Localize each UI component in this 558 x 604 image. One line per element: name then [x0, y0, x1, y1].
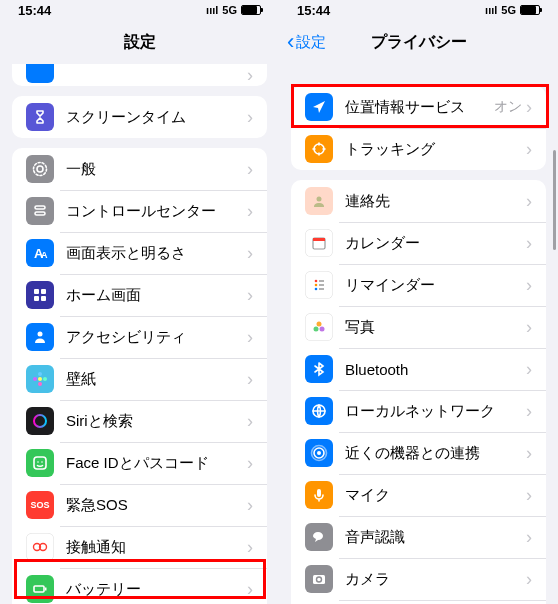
sos-icon: SOS [26, 491, 54, 519]
scrollbar[interactable] [553, 70, 556, 370]
list-item[interactable]: 写真 › [291, 306, 546, 348]
chevron-right-icon: › [526, 401, 532, 422]
svg-rect-29 [313, 238, 325, 241]
svg-point-13 [38, 382, 42, 386]
svg-rect-2 [35, 206, 45, 209]
back-button[interactable]: ‹ 設定 [287, 29, 326, 55]
siri-icon [26, 407, 54, 435]
list-item[interactable]: 壁紙 › [12, 358, 267, 400]
row-value: オン [494, 98, 522, 116]
generic-icon [26, 64, 54, 83]
camera-icon [305, 565, 333, 593]
list-item[interactable]: ヘルスケア › [291, 600, 546, 604]
row-label: 画面表示と明るさ [66, 244, 247, 263]
list-item[interactable]: トラッキング › [291, 128, 546, 170]
list-item[interactable]: カレンダー › [291, 222, 546, 264]
svg-rect-17 [34, 457, 46, 469]
list-item[interactable]: 連絡先 › [291, 180, 546, 222]
row-label: Face IDとパスコード [66, 454, 247, 473]
page-title: 設定 [124, 32, 156, 53]
chevron-right-icon: › [526, 317, 532, 338]
svg-point-30 [315, 280, 318, 283]
svg-point-12 [38, 372, 42, 376]
content-scroll[interactable]: › スクリーンタイム › 一般 › コントロールセンター › AA 画面表示と明… [0, 64, 279, 604]
chevron-right-icon: › [526, 359, 532, 380]
signal-label: 5G [222, 4, 237, 16]
list-item[interactable]: 近くの機器との連携 › [291, 432, 546, 474]
svg-rect-23 [45, 588, 47, 591]
row-label: ホーム画面 [66, 286, 247, 305]
signal-bars-icon: ıııl [206, 4, 218, 16]
chevron-right-icon: › [526, 233, 532, 254]
hourglass-icon [26, 103, 54, 131]
list-item[interactable]: バッテリー › [12, 568, 267, 604]
row-label: マイク [345, 486, 526, 505]
list-item[interactable]: Siriと検索 › [12, 400, 267, 442]
content-scroll[interactable]: 位置情報サービス オン › トラッキング › 連絡先 › カレンダー › リマイ… [279, 64, 558, 604]
list-item[interactable]: アクセシビリティ › [12, 316, 267, 358]
tracking-icon [305, 135, 333, 163]
row-label: 接触通知 [66, 538, 247, 557]
svg-point-15 [43, 377, 47, 381]
list-item[interactable]: SOS 緊急SOS › [12, 484, 267, 526]
list-item[interactable]: スクリーンタイム › [12, 96, 267, 138]
chevron-right-icon: › [526, 485, 532, 506]
svg-point-19 [41, 461, 43, 463]
chevron-right-icon: › [247, 285, 253, 306]
svg-point-27 [317, 197, 322, 202]
chevron-right-icon: › [526, 97, 532, 118]
list-item[interactable]: 一般 › [12, 148, 267, 190]
svg-point-11 [38, 377, 42, 381]
list-item[interactable]: 位置情報サービス オン › [291, 86, 546, 128]
status-bar: 15:44 ıııl 5G [279, 0, 558, 20]
row-label: バッテリー [66, 580, 247, 599]
svg-rect-8 [34, 296, 39, 301]
row-label: スクリーンタイム [66, 108, 247, 127]
svg-rect-9 [41, 296, 46, 301]
list-item-partial[interactable]: › [12, 64, 267, 86]
svg-rect-7 [41, 289, 46, 294]
svg-rect-40 [317, 489, 321, 497]
chevron-right-icon: › [247, 159, 253, 180]
contacts-icon [305, 187, 333, 215]
list-item[interactable]: ホーム画面 › [12, 274, 267, 316]
svg-point-1 [34, 163, 47, 176]
list-item[interactable]: Face IDとパスコード › [12, 442, 267, 484]
battery-icon [241, 5, 261, 15]
list-item[interactable]: AA 画面表示と明るさ › [12, 232, 267, 274]
chevron-right-icon: › [247, 537, 253, 558]
svg-point-37 [317, 451, 321, 455]
list-item[interactable]: Bluetooth › [291, 348, 546, 390]
list-item[interactable]: コントロールセンター › [12, 190, 267, 232]
list-item[interactable]: ローカルネットワーク › [291, 390, 546, 432]
row-label: カメラ [345, 570, 526, 589]
row-label: 連絡先 [345, 192, 526, 211]
battery-icon [520, 5, 540, 15]
chevron-right-icon: › [247, 411, 253, 432]
row-label: アクセシビリティ [66, 328, 247, 347]
exposure-icon [26, 533, 54, 561]
chevron-right-icon: › [247, 369, 253, 390]
row-label: 緊急SOS [66, 496, 247, 515]
row-label: ローカルネットワーク [345, 402, 526, 421]
phone-left: 15:44 ıııl 5G 設定 › スクリーンタイム › 一般 › [0, 0, 279, 604]
chevron-right-icon: › [247, 327, 253, 348]
list-item[interactable]: 音声認識 › [291, 516, 546, 558]
list-item[interactable]: リマインダー › [291, 264, 546, 306]
chevron-right-icon: › [247, 65, 253, 86]
back-label: 設定 [296, 33, 326, 52]
svg-rect-6 [34, 289, 39, 294]
list-item[interactable]: 接触通知 › [12, 526, 267, 568]
row-label: カレンダー [345, 234, 526, 253]
chevron-right-icon: › [247, 243, 253, 264]
scrollbar-thumb[interactable] [553, 150, 556, 250]
nav-bar: 設定 [0, 20, 279, 64]
svg-rect-3 [35, 212, 45, 215]
status-bar: 15:44 ıııl 5G [0, 0, 279, 20]
list-item[interactable]: カメラ › [291, 558, 546, 600]
list-item[interactable]: マイク › [291, 474, 546, 516]
svg-point-10 [38, 332, 43, 337]
svg-point-31 [315, 284, 318, 287]
list-section: スクリーンタイム › [12, 96, 267, 138]
list-section: 位置情報サービス オン › トラッキング › [291, 86, 546, 170]
